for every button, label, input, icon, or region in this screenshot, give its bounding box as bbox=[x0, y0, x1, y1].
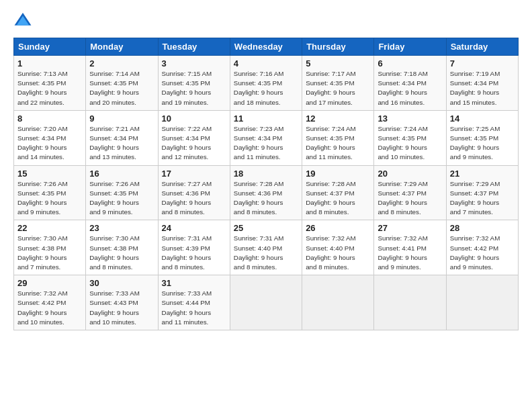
day-number: 4 bbox=[234, 58, 298, 68]
day-cell: 27Sunrise: 7:32 AM Sunset: 4:41 PM Dayli… bbox=[374, 220, 446, 275]
day-number: 2 bbox=[89, 58, 154, 68]
day-number: 9 bbox=[89, 113, 154, 124]
day-info: Sunrise: 7:30 AM Sunset: 4:38 PM Dayligh… bbox=[17, 234, 82, 272]
day-info: Sunrise: 7:31 AM Sunset: 4:40 PM Dayligh… bbox=[234, 234, 298, 272]
day-info: Sunrise: 7:24 AM Sunset: 4:35 PM Dayligh… bbox=[306, 124, 370, 163]
day-info: Sunrise: 7:29 AM Sunset: 4:37 PM Dayligh… bbox=[450, 179, 515, 218]
day-cell: 6Sunrise: 7:18 AM Sunset: 4:34 PM Daylig… bbox=[374, 56, 446, 111]
day-cell: 8Sunrise: 7:20 AM Sunset: 4:34 PM Daylig… bbox=[14, 110, 86, 165]
day-info: Sunrise: 7:14 AM Sunset: 4:35 PM Dayligh… bbox=[89, 69, 154, 107]
day-cell bbox=[446, 275, 518, 330]
day-info: Sunrise: 7:22 AM Sunset: 4:34 PM Dayligh… bbox=[162, 124, 226, 163]
day-number: 27 bbox=[378, 223, 442, 233]
day-info: Sunrise: 7:15 AM Sunset: 4:35 PM Dayligh… bbox=[162, 69, 226, 107]
day-info: Sunrise: 7:27 AM Sunset: 4:36 PM Dayligh… bbox=[162, 179, 226, 218]
day-info: Sunrise: 7:29 AM Sunset: 4:37 PM Dayligh… bbox=[378, 179, 442, 218]
day-number: 16 bbox=[89, 169, 154, 179]
col-header-tuesday: Tuesday bbox=[158, 38, 230, 56]
day-info: Sunrise: 7:32 AM Sunset: 4:41 PM Dayligh… bbox=[378, 234, 442, 272]
day-cell: 28Sunrise: 7:32 AM Sunset: 4:42 PM Dayli… bbox=[446, 220, 518, 275]
day-number: 5 bbox=[306, 58, 370, 68]
week-row-1: 1Sunrise: 7:13 AM Sunset: 4:35 PM Daylig… bbox=[14, 56, 519, 111]
day-info: Sunrise: 7:33 AM Sunset: 4:44 PM Dayligh… bbox=[162, 289, 226, 327]
day-number: 31 bbox=[162, 278, 226, 288]
day-info: Sunrise: 7:26 AM Sunset: 4:35 PM Dayligh… bbox=[17, 179, 82, 218]
day-cell: 10Sunrise: 7:22 AM Sunset: 4:34 PM Dayli… bbox=[158, 110, 230, 165]
day-info: Sunrise: 7:30 AM Sunset: 4:38 PM Dayligh… bbox=[89, 234, 154, 272]
day-cell: 31Sunrise: 7:33 AM Sunset: 4:44 PM Dayli… bbox=[158, 275, 230, 330]
page-container: SundayMondayTuesdayWednesdayThursdayFrid… bbox=[0, 0, 532, 337]
day-number: 10 bbox=[162, 113, 226, 124]
day-number: 8 bbox=[17, 113, 82, 124]
logo bbox=[13, 11, 35, 30]
col-header-thursday: Thursday bbox=[302, 38, 374, 56]
day-info: Sunrise: 7:13 AM Sunset: 4:35 PM Dayligh… bbox=[17, 69, 82, 107]
day-number: 26 bbox=[306, 223, 370, 233]
day-number: 7 bbox=[450, 58, 515, 68]
day-number: 14 bbox=[450, 113, 515, 124]
col-header-wednesday: Wednesday bbox=[230, 38, 302, 56]
day-info: Sunrise: 7:33 AM Sunset: 4:43 PM Dayligh… bbox=[89, 289, 154, 327]
day-info: Sunrise: 7:20 AM Sunset: 4:34 PM Dayligh… bbox=[17, 124, 82, 163]
day-info: Sunrise: 7:24 AM Sunset: 4:35 PM Dayligh… bbox=[378, 124, 442, 163]
week-row-4: 22Sunrise: 7:30 AM Sunset: 4:38 PM Dayli… bbox=[14, 220, 519, 275]
day-cell: 26Sunrise: 7:32 AM Sunset: 4:40 PM Dayli… bbox=[302, 220, 374, 275]
day-info: Sunrise: 7:19 AM Sunset: 4:34 PM Dayligh… bbox=[450, 69, 515, 107]
day-info: Sunrise: 7:21 AM Sunset: 4:34 PM Dayligh… bbox=[89, 124, 154, 163]
day-cell: 7Sunrise: 7:19 AM Sunset: 4:34 PM Daylig… bbox=[446, 56, 518, 111]
day-cell: 29Sunrise: 7:32 AM Sunset: 4:42 PM Dayli… bbox=[14, 275, 86, 330]
week-row-3: 15Sunrise: 7:26 AM Sunset: 4:35 PM Dayli… bbox=[14, 165, 519, 220]
day-cell: 22Sunrise: 7:30 AM Sunset: 4:38 PM Dayli… bbox=[14, 220, 86, 275]
day-info: Sunrise: 7:17 AM Sunset: 4:35 PM Dayligh… bbox=[306, 69, 370, 107]
day-info: Sunrise: 7:16 AM Sunset: 4:35 PM Dayligh… bbox=[234, 69, 298, 107]
day-number: 29 bbox=[17, 278, 82, 288]
day-cell: 19Sunrise: 7:28 AM Sunset: 4:37 PM Dayli… bbox=[302, 165, 374, 220]
day-info: Sunrise: 7:25 AM Sunset: 4:35 PM Dayligh… bbox=[450, 124, 515, 163]
header bbox=[13, 11, 519, 30]
day-number: 6 bbox=[378, 58, 442, 68]
day-cell bbox=[374, 275, 446, 330]
week-row-2: 8Sunrise: 7:20 AM Sunset: 4:34 PM Daylig… bbox=[14, 110, 519, 165]
day-number: 28 bbox=[450, 223, 515, 233]
day-number: 3 bbox=[162, 58, 226, 68]
col-header-saturday: Saturday bbox=[446, 38, 518, 56]
day-cell: 2Sunrise: 7:14 AM Sunset: 4:35 PM Daylig… bbox=[86, 56, 158, 111]
day-cell: 24Sunrise: 7:31 AM Sunset: 4:39 PM Dayli… bbox=[158, 220, 230, 275]
day-info: Sunrise: 7:23 AM Sunset: 4:34 PM Dayligh… bbox=[234, 124, 298, 163]
day-number: 19 bbox=[306, 169, 370, 179]
day-cell: 21Sunrise: 7:29 AM Sunset: 4:37 PM Dayli… bbox=[446, 165, 518, 220]
day-number: 17 bbox=[162, 169, 226, 179]
day-number: 23 bbox=[89, 223, 154, 233]
day-cell: 25Sunrise: 7:31 AM Sunset: 4:40 PM Dayli… bbox=[230, 220, 302, 275]
day-cell: 16Sunrise: 7:26 AM Sunset: 4:35 PM Dayli… bbox=[86, 165, 158, 220]
day-number: 13 bbox=[378, 113, 442, 124]
week-row-5: 29Sunrise: 7:32 AM Sunset: 4:42 PM Dayli… bbox=[14, 275, 519, 330]
day-cell: 1Sunrise: 7:13 AM Sunset: 4:35 PM Daylig… bbox=[14, 56, 86, 111]
day-cell bbox=[302, 275, 374, 330]
day-cell: 11Sunrise: 7:23 AM Sunset: 4:34 PM Dayli… bbox=[230, 110, 302, 165]
day-cell bbox=[230, 275, 302, 330]
day-info: Sunrise: 7:28 AM Sunset: 4:37 PM Dayligh… bbox=[306, 179, 370, 218]
header-row: SundayMondayTuesdayWednesdayThursdayFrid… bbox=[14, 38, 519, 56]
day-number: 22 bbox=[17, 223, 82, 233]
day-info: Sunrise: 7:28 AM Sunset: 4:36 PM Dayligh… bbox=[234, 179, 298, 218]
day-number: 21 bbox=[450, 169, 515, 179]
day-info: Sunrise: 7:32 AM Sunset: 4:42 PM Dayligh… bbox=[17, 289, 82, 327]
calendar-table: SundayMondayTuesdayWednesdayThursdayFrid… bbox=[13, 38, 519, 330]
day-number: 15 bbox=[17, 169, 82, 179]
day-cell: 15Sunrise: 7:26 AM Sunset: 4:35 PM Dayli… bbox=[14, 165, 86, 220]
day-number: 25 bbox=[234, 223, 298, 233]
col-header-friday: Friday bbox=[374, 38, 446, 56]
day-cell: 18Sunrise: 7:28 AM Sunset: 4:36 PM Dayli… bbox=[230, 165, 302, 220]
day-number: 1 bbox=[17, 58, 82, 68]
day-info: Sunrise: 7:32 AM Sunset: 4:42 PM Dayligh… bbox=[450, 234, 515, 272]
day-cell: 14Sunrise: 7:25 AM Sunset: 4:35 PM Dayli… bbox=[446, 110, 518, 165]
day-cell: 9Sunrise: 7:21 AM Sunset: 4:34 PM Daylig… bbox=[86, 110, 158, 165]
day-number: 11 bbox=[234, 113, 298, 124]
day-cell: 20Sunrise: 7:29 AM Sunset: 4:37 PM Dayli… bbox=[374, 165, 446, 220]
day-cell: 30Sunrise: 7:33 AM Sunset: 4:43 PM Dayli… bbox=[86, 275, 158, 330]
day-cell: 5Sunrise: 7:17 AM Sunset: 4:35 PM Daylig… bbox=[302, 56, 374, 111]
day-number: 12 bbox=[306, 113, 370, 124]
day-info: Sunrise: 7:26 AM Sunset: 4:35 PM Dayligh… bbox=[89, 179, 154, 218]
logo-icon bbox=[13, 11, 32, 30]
